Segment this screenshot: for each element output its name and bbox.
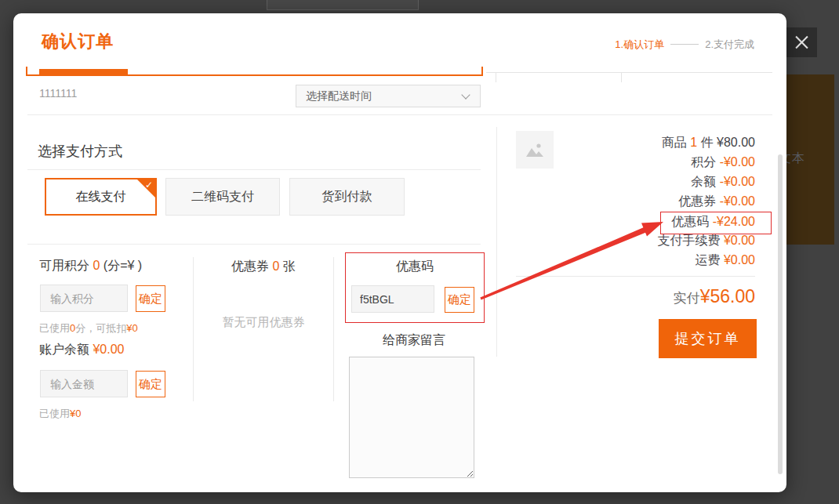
coupon-unit: 张: [283, 259, 296, 273]
tab-label: 在线支付: [76, 190, 126, 203]
note-value: ¥0: [126, 322, 137, 334]
goods-unit: 件: [701, 136, 714, 149]
balance-used-note: 已使用¥0: [39, 407, 81, 421]
image-icon: [525, 142, 544, 158]
step-confirm-order: 1.确认订单: [615, 38, 664, 50]
summary-row-goods: 商品 1 件 ¥80.00: [662, 135, 755, 150]
summary-row-shipping: 运费 ¥0.00: [696, 252, 756, 268]
step-divider: [670, 44, 699, 45]
delivery-time-select[interactable]: 选择配送时间: [296, 85, 481, 107]
tab-qrcode-payment[interactable]: 二维码支付: [165, 178, 280, 216]
check-icon: ✓: [145, 179, 153, 190]
heading-divider: [27, 169, 481, 170]
step-payment-done: 2.支付完成: [705, 38, 754, 50]
tab-label: 二维码支付: [191, 190, 254, 203]
points-unit: (分=¥ ): [104, 259, 142, 272]
total-label: 实付: [674, 291, 700, 306]
dialog-title: 确认订单: [42, 30, 114, 53]
balance-input[interactable]: [40, 370, 128, 397]
row-value: ¥0.00: [724, 234, 755, 247]
product-table-bottom-border: [486, 72, 772, 73]
summary-row-fee: 支付手续费 ¥0.00: [658, 233, 756, 248]
goods-amount: ¥80.00: [717, 136, 755, 149]
row-value: -¥0.00: [720, 194, 755, 208]
tab-cash-on-delivery[interactable]: 货到付款: [289, 178, 405, 216]
confirm-order-dialog: 确认订单 1.确认订单2.支付完成 1111111 选择配送时间 选择支付方式 …: [13, 13, 786, 492]
points-input[interactable]: [40, 285, 128, 312]
tab-label: 货到付款: [322, 190, 372, 203]
column-divider: [333, 257, 334, 401]
row-value: -¥0.00: [720, 155, 755, 169]
note-value: ¥0: [70, 408, 81, 419]
row-label: 支付手续费: [658, 234, 721, 247]
points-confirm-button[interactable]: 确定: [136, 285, 165, 312]
points-value: 0: [93, 259, 100, 272]
promo-code-input[interactable]: [351, 285, 434, 313]
coupon-label-text: 优惠券: [231, 259, 269, 273]
promo-row-annotation-rect: [660, 212, 772, 234]
points-used-note: 已使用0分，可抵扣¥0: [39, 321, 138, 335]
row-label: 优惠券: [678, 194, 716, 208]
balance-confirm-button[interactable]: 确定: [136, 371, 165, 397]
total-divider: [516, 276, 755, 277]
promo-code-box: 优惠码 确定: [345, 252, 485, 323]
promo-title: 优惠码: [346, 259, 484, 275]
merchant-message-label: 给商家留言: [345, 332, 483, 349]
tab-online-payment[interactable]: 在线支付 ✓: [45, 178, 157, 216]
row-value: -¥0.00: [720, 175, 755, 188]
row-label: 积分: [691, 155, 716, 169]
points-label-text: 可用积分: [39, 259, 89, 272]
row-label: 余额: [691, 175, 716, 188]
address-text: 1111111: [39, 87, 77, 100]
product-thumbnail-placeholder: [516, 131, 554, 169]
row-label: 运费: [696, 253, 721, 267]
total-amount: 实付¥56.00: [674, 286, 755, 307]
promo-confirm-button[interactable]: 确定: [445, 287, 474, 313]
section-divider: [27, 244, 481, 245]
coupon-empty-text: 暂无可用优惠券: [194, 315, 333, 330]
balance-label-text: 账户余额: [39, 343, 89, 356]
table-column-divider: [621, 72, 622, 82]
row-value: ¥0.00: [724, 253, 755, 267]
row-label: 商品: [662, 136, 687, 149]
balance-label: 账户余额 ¥0.00: [39, 342, 125, 358]
summary-row-points: 积分 -¥0.00: [691, 154, 755, 170]
background-element: [267, 0, 419, 10]
section-divider: [27, 114, 772, 115]
delivery-time-value: 选择配送时间: [306, 85, 372, 107]
screen: 文本 确认订单 1.确认订单2.支付完成 1111111 选择配送时间 选择支付…: [0, 0, 839, 504]
points-label: 可用积分 0 (分=¥ ): [39, 258, 142, 274]
note-text: 已使用: [39, 322, 70, 334]
goods-qty: 1: [690, 136, 697, 149]
note-text: 分，可抵扣: [75, 322, 126, 334]
total-value: ¥56.00: [700, 286, 755, 306]
submit-order-button[interactable]: 提交订单: [659, 319, 757, 358]
checkout-stepper: 1.确认订单2.支付完成: [615, 38, 754, 52]
summary-row-coupon: 优惠券 -¥0.00: [678, 194, 755, 209]
coupon-count: 0: [273, 259, 280, 273]
coupon-label: 优惠券 0 张: [194, 259, 333, 275]
table-column-divider: [496, 72, 496, 82]
merchant-message-textarea[interactable]: [349, 357, 474, 478]
chevron-down-icon: [461, 90, 470, 99]
balance-value: ¥0.00: [93, 343, 124, 356]
payment-section-title: 选择支付方式: [38, 142, 122, 161]
summary-divider: [496, 127, 497, 357]
summary-row-balance: 余额 -¥0.00: [691, 174, 755, 190]
close-button[interactable]: [786, 27, 817, 57]
scrollbar-thumb[interactable]: [778, 154, 783, 474]
note-text: 已使用: [39, 408, 70, 419]
address-tab-indicator: [39, 69, 128, 76]
